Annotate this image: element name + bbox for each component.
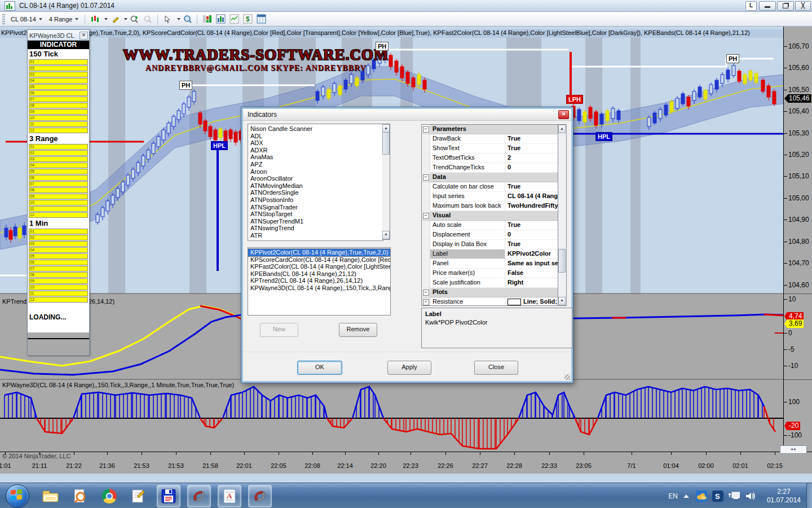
property-row[interactable]: LabelKPPivot2Color	[422, 249, 558, 259]
data-grid-icon[interactable]	[255, 14, 267, 24]
scroll-up-icon[interactable]: ▲	[382, 124, 390, 133]
taskbar-explorer-icon[interactable]	[39, 485, 62, 507]
indicator-row[interactable]: 04	[29, 163, 88, 168]
property-value[interactable]: True	[505, 221, 558, 230]
property-value[interactable]: KPPivot2Color	[505, 249, 558, 259]
zoom-out-icon[interactable]	[142, 14, 153, 24]
price-axis[interactable]: 105,70105,60105,50105,40105,30105,20105,…	[783, 26, 812, 452]
indicator-row[interactable]: 09	[29, 278, 88, 284]
property-row[interactable]: DrawBackTrue	[422, 134, 558, 144]
indicator-list-item[interactable]: ADXR	[248, 147, 383, 154]
indicator-row[interactable]: 10	[29, 284, 88, 290]
taskbar-notepad-icon[interactable]	[127, 485, 150, 507]
property-value[interactable]: True	[505, 134, 558, 143]
tray-clock[interactable]: 2:27 01.07.2014	[767, 488, 801, 505]
toolbar-grip[interactable]	[2, 14, 5, 24]
indicator-row[interactable]: 01	[29, 144, 88, 150]
indicator-list-item[interactable]: ADX	[248, 139, 383, 147]
indicator-row[interactable]: 08	[29, 187, 88, 193]
horizontal-scrollbar[interactable]: ◂ ▸	[780, 445, 807, 454]
selected-indicator-item[interactable]: KPTrend2(CL 08-14 (4 Range),26,14,12)	[248, 277, 390, 284]
language-indicator[interactable]: EN	[668, 492, 678, 500]
property-value[interactable]: 0	[505, 230, 558, 239]
property-section[interactable]: −Parameters	[422, 125, 558, 134]
property-value[interactable]: True	[505, 240, 558, 249]
property-row[interactable]: Price marker(s)False	[422, 269, 558, 278]
volume-tray-icon[interactable]	[745, 491, 756, 502]
resize-grip[interactable]	[564, 374, 570, 380]
data-magnifier-icon[interactable]	[182, 14, 193, 24]
property-row[interactable]: PanelSame as input series	[422, 259, 558, 269]
property-plot-row[interactable]: +ResistanceLine; Solid; 3px	[422, 297, 558, 306]
taskbar-floppy-app[interactable]	[157, 485, 180, 507]
new-button[interactable]: New	[260, 323, 298, 337]
property-value[interactable]: Line; Solid; 3px	[505, 297, 558, 306]
period-dropdown[interactable]: 4 Range	[46, 14, 82, 24]
indicator-row[interactable]: 11	[29, 291, 88, 296]
indicator-list-item[interactable]: AnaMas	[248, 154, 383, 161]
indicator-row[interactable]: 08	[29, 272, 88, 278]
indicator-row[interactable]: 07	[29, 181, 88, 187]
draw-tool-icon[interactable]	[109, 14, 120, 24]
property-section[interactable]: −Data	[422, 173, 558, 182]
indicator-row[interactable]: 12	[29, 212, 88, 218]
dialog-titlebar[interactable]: Indicators ✕	[243, 109, 571, 121]
chevron-down-icon[interactable]	[124, 18, 127, 20]
available-indicators-list[interactable]: Nison Candle ScannerADLADXADXRAnaMasAPZA…	[248, 124, 383, 241]
indicator-row[interactable]: 01	[29, 59, 88, 65]
property-row[interactable]: Display in Data BoxTrue	[422, 240, 558, 249]
indicator-row[interactable]: 06	[29, 90, 88, 96]
scroll-up-icon[interactable]: ▲	[558, 125, 566, 133]
indicator-row[interactable]: 06	[29, 260, 88, 265]
property-value[interactable]: True	[505, 144, 558, 153]
restore-button[interactable]	[777, 1, 794, 11]
property-grid-scrollbar[interactable]: ▲ ▼	[558, 124, 567, 306]
indicator-row[interactable]: 03	[29, 156, 88, 162]
kpwayne3d-panel-titlebar[interactable]: KPWayne3D CL ✕	[28, 30, 89, 41]
indicator-row[interactable]: 07	[29, 97, 88, 102]
time-axis[interactable]: © 2014 NinjaTrader, LLC ◂ ▸ 1:0121:1121:…	[0, 452, 812, 474]
indicator-list-item[interactable]: ATNStopTarget	[248, 211, 383, 218]
indicator-row[interactable]: 05	[29, 84, 88, 90]
indicator-list-item[interactable]: APZ	[248, 161, 383, 168]
start-button[interactable]	[6, 484, 29, 508]
indicator-row[interactable]: 11	[29, 206, 88, 212]
link-button[interactable]: L	[745, 1, 757, 11]
expand-icon[interactable]: +	[422, 297, 430, 306]
dialog-close-icon[interactable]: ✕	[558, 110, 569, 119]
chart-window-icon[interactable]	[215, 14, 226, 24]
selected-indicator-item[interactable]: KPEBands(CL 08-14 (4 Range),21,12)	[248, 270, 390, 278]
chevron-down-icon[interactable]	[104, 18, 108, 20]
property-row[interactable]: Scale justificationRight	[422, 278, 558, 288]
collapse-icon[interactable]: −	[422, 125, 430, 134]
property-row[interactable]: Maximum bars look backTwoHundredFiftySix	[422, 202, 558, 211]
scroll-down-icon[interactable]: ▼	[382, 231, 390, 239]
indicators-dialog[interactable]: Indicators ✕ Nison Candle ScannerADLADXA…	[241, 107, 573, 383]
taskbar-search-icon[interactable]	[69, 485, 91, 507]
dialog-close-button[interactable]: Close	[474, 361, 518, 375]
property-row[interactable]: ShowTextTrue	[422, 144, 558, 154]
indicator-row[interactable]: 09	[29, 194, 88, 199]
taskbar-word-icon[interactable]: A	[218, 485, 241, 507]
indicator-row[interactable]: 12	[29, 297, 88, 303]
kpwayne3d-close-icon[interactable]: ✕	[80, 32, 88, 40]
ok-button[interactable]: OK	[297, 361, 342, 375]
indicator-row[interactable]: 07	[29, 266, 88, 271]
indicator-list-item[interactable]: ATNPostionInfo	[248, 196, 383, 204]
selected-indicator-item[interactable]: KPWayne3D(CL 08-14 (4 Range),,150,Tick,,…	[248, 284, 390, 292]
indicator-list-item[interactable]: Nison Candle Scanner	[248, 125, 383, 133]
property-value[interactable]: Right	[505, 278, 558, 287]
available-list-scrollbar[interactable]: ▲ ▼	[382, 124, 390, 240]
kpwayne3d-panel[interactable]: KPWayne3D CL ✕ INDICATOR 150 Tick0102030…	[27, 29, 90, 356]
scroll-down-icon[interactable]: ▼	[558, 297, 566, 305]
indicator-list-item[interactable]: ATNSignalTrader	[248, 204, 383, 211]
indicator-row[interactable]: 04	[29, 78, 88, 84]
collapse-icon[interactable]: −	[422, 173, 430, 182]
indicator-list-item[interactable]: ATNswingTrend	[248, 225, 383, 232]
market-analyzer-icon[interactable]	[201, 14, 213, 24]
network-tray-icon[interactable]	[729, 491, 740, 502]
tray-expand-icon[interactable]	[683, 494, 689, 498]
indicator-row[interactable]: 02	[29, 150, 88, 156]
show-desktop-button[interactable]	[806, 483, 812, 508]
property-row[interactable]: Input seriesCL 08-14 (4 Range)	[422, 192, 558, 202]
